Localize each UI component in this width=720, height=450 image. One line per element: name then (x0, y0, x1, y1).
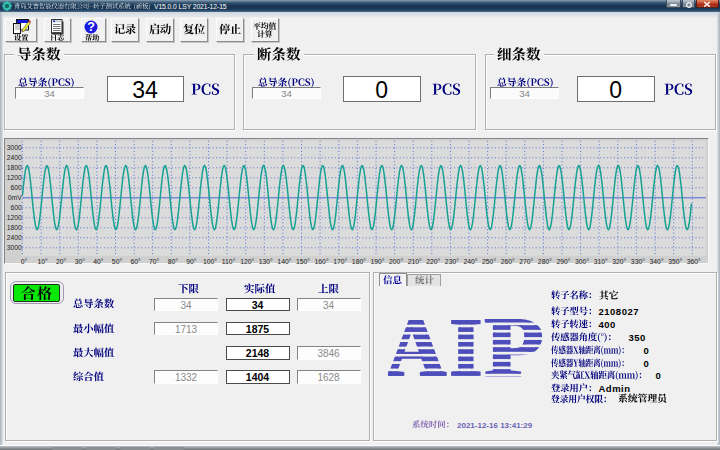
svg-text:250°: 250° (482, 258, 496, 264)
svg-text:290°: 290° (556, 258, 570, 264)
svg-text:3000: 3000 (6, 244, 21, 251)
svg-text:0°: 0° (20, 258, 27, 264)
svg-text:170°: 170° (333, 258, 347, 264)
svg-text:330°: 330° (630, 258, 644, 264)
svg-text:3000: 3000 (6, 144, 21, 151)
svg-text:260°: 260° (500, 258, 514, 264)
svg-text:80°: 80° (167, 258, 178, 264)
svg-text:A: A (388, 319, 447, 379)
svg-text:350°: 350° (668, 258, 682, 264)
svg-text:1800: 1800 (6, 224, 21, 231)
svg-text:600: 600 (10, 204, 22, 211)
svg-text:10°: 10° (37, 258, 48, 264)
svg-text:280°: 280° (537, 258, 551, 264)
svg-text:2400: 2400 (6, 154, 21, 161)
svg-text:160°: 160° (314, 258, 328, 264)
svg-text:1800: 1800 (6, 164, 21, 171)
svg-text:2400: 2400 (6, 234, 21, 241)
svg-text:110°: 110° (221, 258, 235, 264)
svg-text:270°: 270° (519, 258, 533, 264)
svg-text:360°: 360° (686, 258, 700, 264)
svg-text:1200: 1200 (6, 174, 21, 181)
svg-text:190°: 190° (370, 258, 384, 264)
svg-text:?: ? (87, 20, 95, 34)
svg-text:50°: 50° (111, 258, 122, 264)
svg-text:20°: 20° (56, 258, 67, 264)
svg-text:240°: 240° (463, 258, 477, 264)
svg-text:310°: 310° (593, 258, 607, 264)
svg-text:210°: 210° (407, 258, 421, 264)
svg-text:I: I (450, 319, 483, 379)
svg-text:120°: 120° (240, 258, 254, 264)
svg-text:130°: 130° (258, 258, 272, 264)
svg-text:220°: 220° (426, 258, 440, 264)
svg-text:90°: 90° (186, 258, 197, 264)
svg-text:1200: 1200 (6, 214, 21, 221)
svg-text:140°: 140° (277, 258, 291, 264)
svg-text:150°: 150° (295, 258, 309, 264)
svg-text:P: P (485, 319, 544, 379)
svg-text:40°: 40° (93, 258, 104, 264)
svg-text:70°: 70° (149, 258, 160, 264)
svg-text:200°: 200° (389, 258, 403, 264)
svg-text:230°: 230° (444, 258, 458, 264)
svg-text:300°: 300° (575, 258, 589, 264)
svg-text:60°: 60° (130, 258, 141, 264)
svg-text:320°: 320° (612, 258, 626, 264)
svg-text:0mV: 0mV (7, 194, 21, 201)
svg-text:600: 600 (10, 184, 22, 191)
svg-text:340°: 340° (649, 258, 663, 264)
svg-text:180°: 180° (351, 258, 365, 264)
svg-text:100°: 100° (202, 258, 216, 264)
svg-text:30°: 30° (74, 258, 85, 264)
